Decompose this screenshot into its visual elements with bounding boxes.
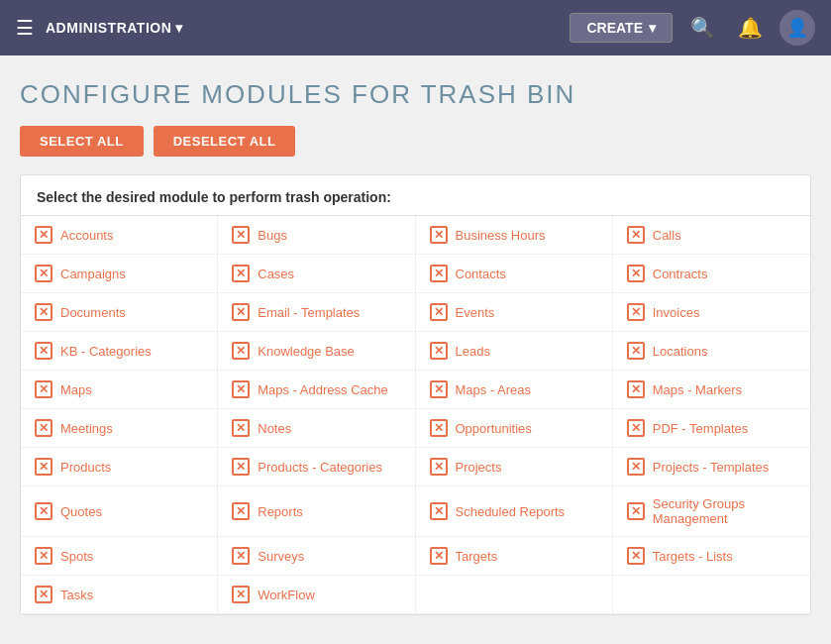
module-name[interactable]: Notes bbox=[258, 421, 291, 436]
module-cell[interactable]: ✕Scheduled Reports bbox=[416, 486, 613, 537]
module-name[interactable]: KB - Categories bbox=[60, 344, 152, 359]
module-cell[interactable]: ✕Tasks bbox=[21, 576, 218, 614]
module-cell[interactable]: ✕Events bbox=[416, 293, 613, 332]
module-name[interactable]: Locations bbox=[653, 344, 708, 359]
module-checkbox[interactable]: ✕ bbox=[232, 458, 250, 476]
module-checkbox[interactable]: ✕ bbox=[627, 342, 645, 360]
module-cell[interactable]: ✕PDF - Templates bbox=[613, 409, 810, 448]
module-name[interactable]: WorkFlow bbox=[258, 588, 315, 602]
module-cell[interactable]: ✕Reports bbox=[218, 486, 415, 537]
module-checkbox[interactable]: ✕ bbox=[232, 226, 250, 244]
module-name[interactable]: Maps - Address Cache bbox=[258, 382, 388, 397]
module-name[interactable]: Leads bbox=[456, 344, 490, 359]
module-name[interactable]: Email - Templates bbox=[258, 305, 360, 320]
module-checkbox[interactable]: ✕ bbox=[627, 380, 645, 398]
module-cell[interactable]: ✕WorkFlow bbox=[218, 576, 415, 614]
module-name[interactable]: Maps - Areas bbox=[456, 382, 532, 397]
module-cell[interactable]: ✕Quotes bbox=[21, 486, 218, 537]
module-checkbox[interactable]: ✕ bbox=[627, 502, 645, 520]
module-cell[interactable]: ✕Targets - Lists bbox=[613, 537, 810, 576]
module-checkbox[interactable]: ✕ bbox=[35, 458, 52, 476]
module-checkbox[interactable]: ✕ bbox=[627, 303, 645, 321]
module-name[interactable]: Bugs bbox=[258, 228, 287, 243]
module-checkbox[interactable]: ✕ bbox=[232, 265, 250, 282]
module-checkbox[interactable]: ✕ bbox=[430, 226, 448, 244]
module-checkbox[interactable]: ✕ bbox=[35, 502, 52, 520]
module-cell[interactable]: ✕Maps - Address Cache bbox=[218, 371, 415, 409]
module-checkbox[interactable]: ✕ bbox=[232, 586, 250, 603]
admin-menu[interactable]: ADMINISTRATION ▾ bbox=[46, 20, 183, 36]
module-checkbox[interactable]: ✕ bbox=[627, 419, 645, 437]
module-checkbox[interactable]: ✕ bbox=[35, 547, 52, 565]
module-checkbox[interactable]: ✕ bbox=[627, 226, 645, 244]
search-icon[interactable]: 🔍 bbox=[684, 10, 720, 46]
module-name[interactable]: Cases bbox=[258, 267, 294, 281]
module-checkbox[interactable]: ✕ bbox=[35, 303, 52, 321]
module-name[interactable]: Business Hours bbox=[456, 228, 546, 243]
module-checkbox[interactable]: ✕ bbox=[232, 303, 250, 321]
module-cell[interactable]: ✕Products bbox=[21, 448, 218, 486]
module-name[interactable]: Documents bbox=[60, 305, 126, 320]
module-checkbox[interactable]: ✕ bbox=[232, 419, 250, 437]
module-cell[interactable]: ✕Meetings bbox=[21, 409, 218, 448]
module-checkbox[interactable]: ✕ bbox=[232, 547, 250, 565]
module-name[interactable]: Contracts bbox=[653, 267, 708, 281]
module-cell[interactable]: ✕Contacts bbox=[416, 255, 613, 293]
create-button[interactable]: CREATE ▾ bbox=[570, 13, 673, 43]
module-cell[interactable]: ✕Targets bbox=[416, 537, 613, 576]
module-cell[interactable]: ✕Maps bbox=[21, 371, 218, 409]
module-name[interactable]: Maps bbox=[60, 382, 92, 397]
module-name[interactable]: Targets bbox=[456, 549, 498, 564]
module-checkbox[interactable]: ✕ bbox=[232, 380, 250, 398]
module-name[interactable]: Meetings bbox=[60, 421, 113, 436]
module-checkbox[interactable]: ✕ bbox=[430, 342, 448, 360]
module-name[interactable]: Quotes bbox=[60, 504, 102, 519]
module-name[interactable]: Tasks bbox=[60, 588, 93, 602]
module-cell[interactable]: ✕Email - Templates bbox=[218, 293, 415, 332]
module-checkbox[interactable]: ✕ bbox=[430, 303, 448, 321]
notifications-icon[interactable]: 🔔 bbox=[732, 10, 768, 46]
select-all-button[interactable]: SELECT ALL bbox=[20, 126, 144, 157]
module-cell[interactable]: ✕Invoices bbox=[613, 293, 810, 332]
deselect-all-button[interactable]: DESELECT ALL bbox=[154, 126, 296, 157]
module-name[interactable]: Reports bbox=[258, 504, 303, 519]
module-name[interactable]: Products bbox=[60, 460, 111, 475]
module-name[interactable]: PDF - Templates bbox=[653, 421, 749, 436]
module-name[interactable]: Products - Categories bbox=[258, 460, 382, 475]
module-cell[interactable]: ✕Locations bbox=[613, 332, 810, 371]
module-checkbox[interactable]: ✕ bbox=[627, 265, 645, 282]
module-name[interactable]: Calls bbox=[653, 228, 681, 243]
module-cell[interactable]: ✕Maps - Areas bbox=[416, 371, 613, 409]
module-checkbox[interactable]: ✕ bbox=[627, 547, 645, 565]
module-checkbox[interactable]: ✕ bbox=[430, 547, 448, 565]
module-name[interactable]: Targets - Lists bbox=[653, 549, 733, 564]
module-cell[interactable]: ✕Leads bbox=[416, 332, 613, 371]
module-cell[interactable]: ✕Calls bbox=[613, 216, 810, 255]
module-name[interactable]: Accounts bbox=[60, 228, 113, 243]
module-cell[interactable]: ✕Documents bbox=[21, 293, 218, 332]
module-checkbox[interactable]: ✕ bbox=[35, 380, 52, 398]
module-name[interactable]: Scheduled Reports bbox=[456, 504, 566, 519]
module-cell[interactable]: ✕Campaigns bbox=[21, 255, 218, 293]
module-cell[interactable]: ✕Products - Categories bbox=[218, 448, 415, 486]
module-name[interactable]: Surveys bbox=[258, 549, 304, 564]
module-cell[interactable]: ✕Projects - Templates bbox=[613, 448, 810, 486]
module-checkbox[interactable]: ✕ bbox=[430, 380, 448, 398]
module-checkbox[interactable]: ✕ bbox=[430, 458, 448, 476]
module-cell[interactable]: ✕KB - Categories bbox=[21, 332, 218, 371]
module-cell[interactable]: ✕Opportunities bbox=[416, 409, 613, 448]
module-cell[interactable]: ✕Projects bbox=[416, 448, 613, 486]
module-checkbox[interactable]: ✕ bbox=[430, 502, 448, 520]
module-name[interactable]: Spots bbox=[60, 549, 93, 564]
module-checkbox[interactable]: ✕ bbox=[627, 458, 645, 476]
module-name[interactable]: Events bbox=[456, 305, 495, 320]
module-checkbox[interactable]: ✕ bbox=[35, 265, 52, 282]
module-name[interactable]: Projects - Templates bbox=[653, 460, 770, 475]
module-cell[interactable]: ✕Business Hours bbox=[416, 216, 613, 255]
module-cell[interactable]: ✕Surveys bbox=[218, 537, 415, 576]
module-name[interactable]: Campaigns bbox=[60, 267, 126, 281]
module-cell[interactable]: ✕Accounts bbox=[21, 216, 218, 255]
module-cell[interactable]: ✕Spots bbox=[21, 537, 218, 576]
module-name[interactable]: Opportunities bbox=[456, 421, 532, 436]
module-cell[interactable]: ✕Contracts bbox=[613, 255, 810, 293]
